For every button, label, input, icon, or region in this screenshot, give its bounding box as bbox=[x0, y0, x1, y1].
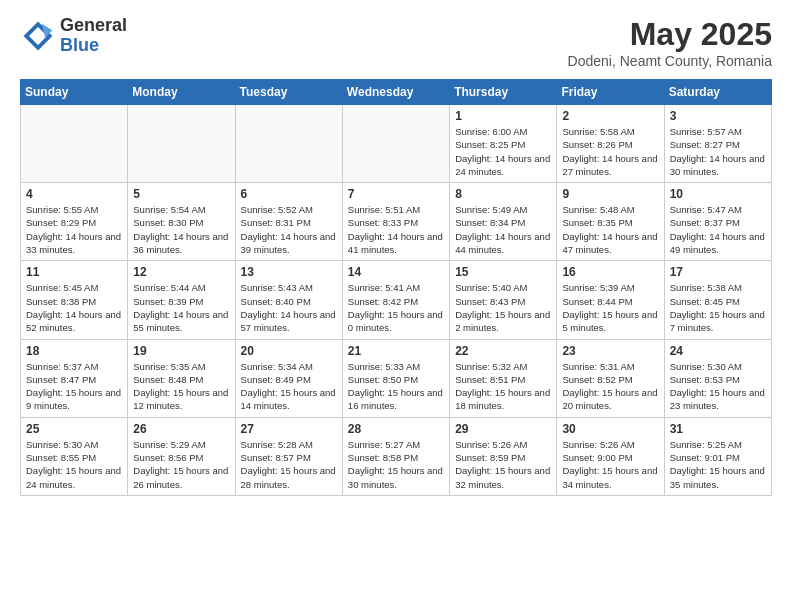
day-cell: 31Sunrise: 5:25 AM Sunset: 9:01 PM Dayli… bbox=[664, 417, 771, 495]
day-info: Sunrise: 5:57 AM Sunset: 8:27 PM Dayligh… bbox=[670, 125, 766, 178]
day-cell: 23Sunrise: 5:31 AM Sunset: 8:52 PM Dayli… bbox=[557, 339, 664, 417]
day-number: 7 bbox=[348, 187, 444, 201]
day-cell: 29Sunrise: 5:26 AM Sunset: 8:59 PM Dayli… bbox=[450, 417, 557, 495]
weekday-header-friday: Friday bbox=[557, 80, 664, 105]
day-info: Sunrise: 5:58 AM Sunset: 8:26 PM Dayligh… bbox=[562, 125, 658, 178]
day-info: Sunrise: 5:55 AM Sunset: 8:29 PM Dayligh… bbox=[26, 203, 122, 256]
weekday-header-sunday: Sunday bbox=[21, 80, 128, 105]
day-info: Sunrise: 5:34 AM Sunset: 8:49 PM Dayligh… bbox=[241, 360, 337, 413]
day-cell: 20Sunrise: 5:34 AM Sunset: 8:49 PM Dayli… bbox=[235, 339, 342, 417]
day-cell: 12Sunrise: 5:44 AM Sunset: 8:39 PM Dayli… bbox=[128, 261, 235, 339]
day-info: Sunrise: 5:43 AM Sunset: 8:40 PM Dayligh… bbox=[241, 281, 337, 334]
day-info: Sunrise: 5:32 AM Sunset: 8:51 PM Dayligh… bbox=[455, 360, 551, 413]
day-cell: 7Sunrise: 5:51 AM Sunset: 8:33 PM Daylig… bbox=[342, 183, 449, 261]
day-number: 13 bbox=[241, 265, 337, 279]
day-number: 15 bbox=[455, 265, 551, 279]
day-info: Sunrise: 5:41 AM Sunset: 8:42 PM Dayligh… bbox=[348, 281, 444, 334]
day-info: Sunrise: 5:37 AM Sunset: 8:47 PM Dayligh… bbox=[26, 360, 122, 413]
day-cell: 28Sunrise: 5:27 AM Sunset: 8:58 PM Dayli… bbox=[342, 417, 449, 495]
day-number: 19 bbox=[133, 344, 229, 358]
day-info: Sunrise: 5:47 AM Sunset: 8:37 PM Dayligh… bbox=[670, 203, 766, 256]
day-info: Sunrise: 5:35 AM Sunset: 8:48 PM Dayligh… bbox=[133, 360, 229, 413]
day-info: Sunrise: 5:30 AM Sunset: 8:55 PM Dayligh… bbox=[26, 438, 122, 491]
day-cell: 1Sunrise: 6:00 AM Sunset: 8:25 PM Daylig… bbox=[450, 105, 557, 183]
day-cell: 4Sunrise: 5:55 AM Sunset: 8:29 PM Daylig… bbox=[21, 183, 128, 261]
day-cell bbox=[342, 105, 449, 183]
day-cell: 14Sunrise: 5:41 AM Sunset: 8:42 PM Dayli… bbox=[342, 261, 449, 339]
weekday-header-monday: Monday bbox=[128, 80, 235, 105]
day-number: 29 bbox=[455, 422, 551, 436]
day-number: 11 bbox=[26, 265, 122, 279]
day-number: 20 bbox=[241, 344, 337, 358]
day-number: 24 bbox=[670, 344, 766, 358]
logo-text: General Blue bbox=[60, 16, 127, 56]
day-cell: 15Sunrise: 5:40 AM Sunset: 8:43 PM Dayli… bbox=[450, 261, 557, 339]
day-number: 27 bbox=[241, 422, 337, 436]
day-info: Sunrise: 5:39 AM Sunset: 8:44 PM Dayligh… bbox=[562, 281, 658, 334]
week-row-4: 18Sunrise: 5:37 AM Sunset: 8:47 PM Dayli… bbox=[21, 339, 772, 417]
logo-general: General bbox=[60, 16, 127, 36]
day-cell: 21Sunrise: 5:33 AM Sunset: 8:50 PM Dayli… bbox=[342, 339, 449, 417]
day-cell bbox=[128, 105, 235, 183]
day-info: Sunrise: 5:33 AM Sunset: 8:50 PM Dayligh… bbox=[348, 360, 444, 413]
day-cell: 5Sunrise: 5:54 AM Sunset: 8:30 PM Daylig… bbox=[128, 183, 235, 261]
day-number: 21 bbox=[348, 344, 444, 358]
day-cell bbox=[235, 105, 342, 183]
day-number: 18 bbox=[26, 344, 122, 358]
week-row-3: 11Sunrise: 5:45 AM Sunset: 8:38 PM Dayli… bbox=[21, 261, 772, 339]
day-number: 4 bbox=[26, 187, 122, 201]
week-row-5: 25Sunrise: 5:30 AM Sunset: 8:55 PM Dayli… bbox=[21, 417, 772, 495]
day-cell: 22Sunrise: 5:32 AM Sunset: 8:51 PM Dayli… bbox=[450, 339, 557, 417]
day-info: Sunrise: 5:45 AM Sunset: 8:38 PM Dayligh… bbox=[26, 281, 122, 334]
day-info: Sunrise: 5:28 AM Sunset: 8:57 PM Dayligh… bbox=[241, 438, 337, 491]
day-info: Sunrise: 5:29 AM Sunset: 8:56 PM Dayligh… bbox=[133, 438, 229, 491]
day-number: 14 bbox=[348, 265, 444, 279]
weekday-header-tuesday: Tuesday bbox=[235, 80, 342, 105]
day-cell: 26Sunrise: 5:29 AM Sunset: 8:56 PM Dayli… bbox=[128, 417, 235, 495]
day-cell: 24Sunrise: 5:30 AM Sunset: 8:53 PM Dayli… bbox=[664, 339, 771, 417]
weekday-header-wednesday: Wednesday bbox=[342, 80, 449, 105]
day-cell: 9Sunrise: 5:48 AM Sunset: 8:35 PM Daylig… bbox=[557, 183, 664, 261]
day-number: 31 bbox=[670, 422, 766, 436]
day-number: 6 bbox=[241, 187, 337, 201]
day-number: 10 bbox=[670, 187, 766, 201]
header: General Blue May 2025 Dodeni, Neamt Coun… bbox=[20, 16, 772, 69]
day-cell: 2Sunrise: 5:58 AM Sunset: 8:26 PM Daylig… bbox=[557, 105, 664, 183]
day-info: Sunrise: 5:52 AM Sunset: 8:31 PM Dayligh… bbox=[241, 203, 337, 256]
day-cell: 6Sunrise: 5:52 AM Sunset: 8:31 PM Daylig… bbox=[235, 183, 342, 261]
day-cell: 10Sunrise: 5:47 AM Sunset: 8:37 PM Dayli… bbox=[664, 183, 771, 261]
day-number: 28 bbox=[348, 422, 444, 436]
day-number: 3 bbox=[670, 109, 766, 123]
day-cell: 19Sunrise: 5:35 AM Sunset: 8:48 PM Dayli… bbox=[128, 339, 235, 417]
day-info: Sunrise: 5:48 AM Sunset: 8:35 PM Dayligh… bbox=[562, 203, 658, 256]
day-cell: 11Sunrise: 5:45 AM Sunset: 8:38 PM Dayli… bbox=[21, 261, 128, 339]
logo-icon bbox=[20, 18, 56, 54]
day-cell: 18Sunrise: 5:37 AM Sunset: 8:47 PM Dayli… bbox=[21, 339, 128, 417]
day-cell bbox=[21, 105, 128, 183]
day-number: 26 bbox=[133, 422, 229, 436]
day-number: 25 bbox=[26, 422, 122, 436]
day-cell: 27Sunrise: 5:28 AM Sunset: 8:57 PM Dayli… bbox=[235, 417, 342, 495]
weekday-header-row: SundayMondayTuesdayWednesdayThursdayFrid… bbox=[21, 80, 772, 105]
day-number: 30 bbox=[562, 422, 658, 436]
day-number: 17 bbox=[670, 265, 766, 279]
day-number: 5 bbox=[133, 187, 229, 201]
weekday-header-saturday: Saturday bbox=[664, 80, 771, 105]
day-info: Sunrise: 5:38 AM Sunset: 8:45 PM Dayligh… bbox=[670, 281, 766, 334]
day-number: 16 bbox=[562, 265, 658, 279]
day-number: 23 bbox=[562, 344, 658, 358]
title-block: May 2025 Dodeni, Neamt County, Romania bbox=[568, 16, 772, 69]
day-cell: 13Sunrise: 5:43 AM Sunset: 8:40 PM Dayli… bbox=[235, 261, 342, 339]
logo: General Blue bbox=[20, 16, 127, 56]
day-number: 12 bbox=[133, 265, 229, 279]
day-cell: 8Sunrise: 5:49 AM Sunset: 8:34 PM Daylig… bbox=[450, 183, 557, 261]
logo-blue: Blue bbox=[60, 36, 127, 56]
day-info: Sunrise: 5:51 AM Sunset: 8:33 PM Dayligh… bbox=[348, 203, 444, 256]
day-cell: 3Sunrise: 5:57 AM Sunset: 8:27 PM Daylig… bbox=[664, 105, 771, 183]
weekday-header-thursday: Thursday bbox=[450, 80, 557, 105]
day-cell: 17Sunrise: 5:38 AM Sunset: 8:45 PM Dayli… bbox=[664, 261, 771, 339]
day-info: Sunrise: 5:27 AM Sunset: 8:58 PM Dayligh… bbox=[348, 438, 444, 491]
day-info: Sunrise: 5:49 AM Sunset: 8:34 PM Dayligh… bbox=[455, 203, 551, 256]
day-info: Sunrise: 5:26 AM Sunset: 9:00 PM Dayligh… bbox=[562, 438, 658, 491]
day-number: 9 bbox=[562, 187, 658, 201]
